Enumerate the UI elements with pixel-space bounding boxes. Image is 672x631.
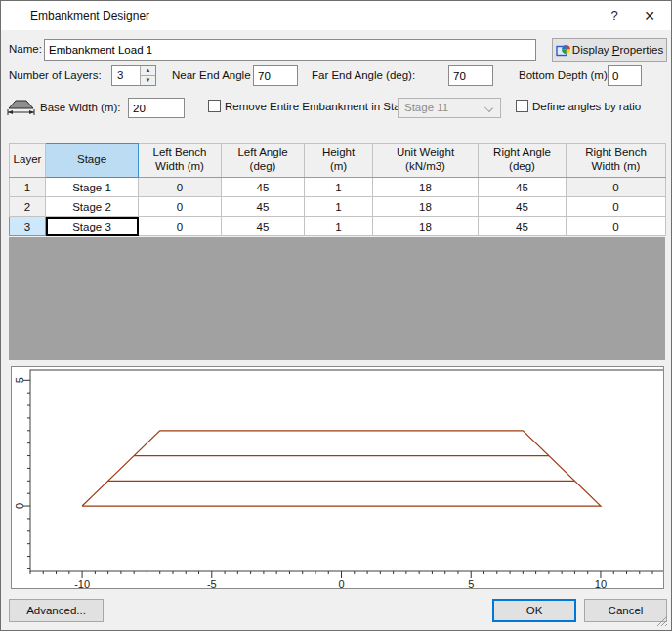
embankment-preview-chart: -10-5051005 (11, 366, 664, 589)
value-cell[interactable]: 0 (139, 197, 222, 217)
column-header[interactable]: Right Angle (deg) (479, 144, 567, 178)
layers-table: LayerStageLeft Bench Width (m)Left Angle… (9, 143, 665, 236)
plot-area (30, 370, 663, 571)
value-cell[interactable]: 45 (479, 178, 567, 197)
number-of-layers-value: 3 (112, 66, 140, 85)
stage-dropdown-value: Stage 11 (404, 102, 448, 113)
far-end-angle-input[interactable] (448, 65, 493, 86)
value-cell[interactable]: 1 (305, 178, 373, 197)
value-cell[interactable]: 1 (305, 217, 373, 236)
name-input[interactable] (44, 39, 536, 61)
value-cell[interactable]: 0 (567, 217, 666, 236)
spin-down-icon[interactable]: ▼ (141, 75, 155, 85)
stage-dropdown: Stage 11 (398, 98, 501, 118)
row-header[interactable]: 3 (10, 217, 46, 236)
table-row: 3Stage 3045118450 (10, 217, 666, 236)
cancel-button[interactable]: Cancel (584, 599, 667, 622)
table-empty-area (9, 237, 665, 360)
value-cell[interactable]: 45 (222, 178, 305, 197)
advanced-button[interactable]: Advanced... (9, 599, 104, 622)
column-header[interactable]: Unit Weight (kN/m3) (373, 144, 479, 178)
value-cell[interactable]: 18 (373, 178, 479, 197)
value-cell[interactable]: 0 (139, 217, 222, 236)
x-axis-tick-label: -5 (207, 578, 217, 588)
stage-cell[interactable]: Stage 2 (46, 197, 139, 217)
base-width-label: Base Width (m): (40, 102, 120, 113)
help-button[interactable]: ? (599, 1, 630, 30)
value-cell[interactable]: 45 (479, 197, 567, 217)
value-cell[interactable]: 0 (567, 197, 666, 217)
resize-grip[interactable] (656, 615, 668, 627)
near-end-angle-input[interactable] (253, 65, 298, 86)
base-width-input[interactable] (128, 98, 185, 118)
define-angles-by-ratio-label: Define angles by ratio (532, 101, 641, 112)
row-header[interactable]: 1 (10, 178, 46, 197)
embankment-base-width-icon (6, 98, 36, 117)
value-cell[interactable]: 0 (139, 178, 222, 197)
ok-button[interactable]: OK (492, 599, 576, 622)
title-bar: Embankment Designer ? ✕ (1, 1, 671, 30)
remove-embankment-checkbox[interactable] (208, 100, 221, 112)
column-header[interactable]: Left Bench Width (m) (139, 144, 222, 178)
embankment-designer-dialog: Embankment Designer ? ✕ Name: Display Pr… (0, 0, 672, 631)
name-label: Name: (9, 43, 42, 55)
column-header[interactable]: Left Angle (deg) (222, 144, 305, 178)
table-header-row: LayerStageLeft Bench Width (m)Left Angle… (10, 144, 666, 178)
x-axis-tick-label: 10 (595, 578, 607, 588)
number-of-layers-stepper[interactable]: 3 ▲ ▼ (111, 65, 156, 86)
value-cell[interactable]: 45 (479, 217, 567, 236)
column-header[interactable]: Stage (46, 144, 139, 178)
bottom-depth-label: Bottom Depth (m): (519, 69, 610, 81)
column-header[interactable]: Layer (10, 144, 46, 178)
x-axis-tick-label: 5 (468, 578, 474, 588)
x-axis-tick-label: -10 (74, 578, 90, 588)
spin-up-icon[interactable]: ▲ (141, 66, 155, 75)
value-cell[interactable]: 18 (373, 197, 479, 217)
bottom-depth-input[interactable] (608, 65, 642, 86)
chevron-down-icon (484, 104, 493, 112)
display-properties-icon (556, 43, 571, 57)
window-title: Embankment Designer (30, 1, 149, 30)
close-button[interactable]: ✕ (634, 1, 665, 30)
stage-cell[interactable]: Stage 1 (46, 178, 139, 197)
y-axis-tick-label: 0 (15, 503, 26, 509)
far-end-angle-label: Far End Angle (deg): (312, 69, 415, 81)
value-cell[interactable]: 45 (222, 217, 305, 236)
column-header[interactable]: Right Bench Width (m) (567, 144, 666, 178)
row-header[interactable]: 2 (10, 197, 46, 217)
y-axis-tick-label: 5 (14, 377, 25, 383)
display-properties-label: Display Properties (572, 44, 663, 56)
column-header[interactable]: Height (m) (305, 144, 373, 178)
value-cell[interactable]: 45 (222, 197, 305, 217)
x-axis-tick-label: 0 (338, 578, 344, 588)
stage-cell[interactable]: Stage 3 (46, 217, 139, 236)
value-cell[interactable]: 18 (373, 217, 479, 236)
table-row: 1Stage 1045118450 (10, 178, 666, 197)
value-cell[interactable]: 1 (305, 197, 373, 217)
number-of-layers-label: Number of Layers: (9, 69, 102, 81)
define-angles-by-ratio-checkbox[interactable] (516, 100, 528, 112)
table-row: 2Stage 2045118450 (10, 197, 666, 217)
display-properties-button[interactable]: Display Properties (552, 38, 667, 62)
remove-embankment-label: Remove Entire Embankment in Stage (225, 101, 412, 112)
value-cell[interactable]: 0 (567, 178, 666, 197)
